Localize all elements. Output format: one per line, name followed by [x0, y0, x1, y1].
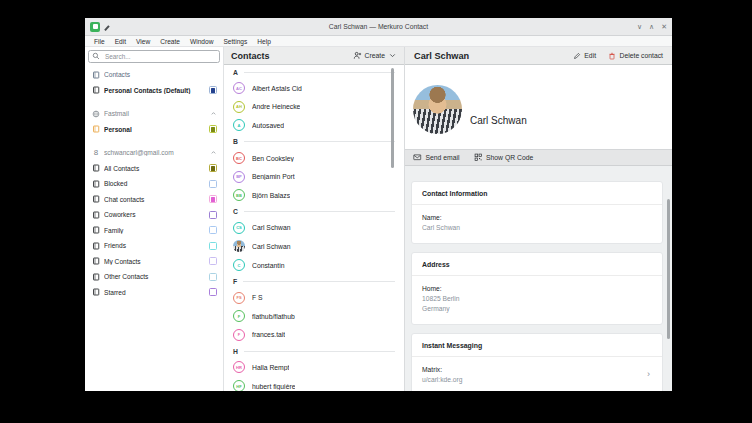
- contact-list-item[interactable]: AAutosaved: [224, 116, 404, 135]
- menu-item-help[interactable]: Help: [252, 38, 276, 45]
- chevron-up-icon: [210, 149, 217, 156]
- maximize-button[interactable]: ∧: [649, 23, 654, 30]
- field-value: u/carl:kde.org: [422, 375, 647, 386]
- address-book-icon: [92, 164, 100, 172]
- contact-list-item[interactable]: Ffrances.tait: [224, 326, 404, 345]
- contact-initials-avatar: C: [233, 259, 245, 271]
- sidebar-row-contacts[interactable]: Contacts: [85, 67, 223, 83]
- sidebar-row-all-contacts[interactable]: All Contacts: [85, 161, 223, 177]
- menu-item-create[interactable]: Create: [155, 38, 185, 45]
- field-value: Carl Schwan: [422, 223, 652, 234]
- contact-list-item[interactable]: FSF S: [224, 288, 404, 307]
- checkbox-fill: [211, 166, 216, 171]
- google-icon: 8: [92, 149, 100, 157]
- section-divider: [244, 351, 395, 352]
- contact-list-item[interactable]: HRHalla Rempt: [224, 358, 404, 377]
- delete-contact-button[interactable]: Delete contact: [608, 52, 663, 60]
- sidebar-list: ContactsPersonal Contacts (Default)Fastm…: [85, 65, 223, 391]
- card-body: Home:10825 BerlinGermany: [412, 276, 662, 324]
- collection-checkbox[interactable]: [209, 226, 217, 234]
- contact-list-item[interactable]: Carl Schwan: [224, 237, 404, 256]
- contact-name: F S: [252, 294, 263, 301]
- collection-checkbox[interactable]: [209, 288, 217, 296]
- sidebar-row-chat-contacts[interactable]: Chat contacts: [85, 192, 223, 208]
- collection-checkbox[interactable]: [209, 86, 217, 94]
- search-input[interactable]: [103, 52, 216, 61]
- sidebar-row-label: Other Contacts: [104, 273, 205, 280]
- sidebar-row-personal[interactable]: Personal: [85, 122, 223, 138]
- show-qr-button[interactable]: Show QR Code: [474, 153, 534, 162]
- titlebar[interactable]: Carl Schwan — Merkuro Contact ∨ ∧ ✕: [85, 18, 672, 36]
- sidebar-row-label: Friends: [104, 242, 205, 249]
- section-letter-row: H: [224, 344, 404, 358]
- sidebar-row-blocked[interactable]: Blocked: [85, 176, 223, 192]
- address-book-icon: [92, 242, 100, 250]
- app-icon[interactable]: [90, 22, 100, 32]
- chevron-down-icon: [388, 51, 397, 60]
- menu-item-settings[interactable]: Settings: [218, 38, 252, 45]
- sidebar-row-label: Starred: [104, 289, 205, 296]
- contact-list-item[interactable]: BPBenjamin Port: [224, 167, 404, 186]
- address-book-icon: [92, 211, 100, 219]
- contact-list-scrollbar[interactable]: [391, 68, 394, 168]
- sidebar-row-family[interactable]: Family: [85, 223, 223, 239]
- minimize-button[interactable]: ∨: [637, 23, 642, 30]
- collection-checkbox[interactable]: [209, 257, 217, 265]
- address-book-icon: [92, 71, 100, 79]
- sidebar-row-other-contacts[interactable]: Other Contacts: [85, 269, 223, 285]
- trash-icon: [608, 52, 616, 60]
- sidebar-group-fastmail[interactable]: Fastmail: [85, 106, 223, 122]
- sidebar-row-personal-contacts-default[interactable]: Personal Contacts (Default): [85, 83, 223, 99]
- sidebar-row-label: All Contacts: [104, 165, 205, 172]
- contact-list-header: Contacts Create: [224, 47, 404, 65]
- sidebar-row-label: Family: [104, 227, 205, 234]
- section-letter: H: [233, 348, 238, 355]
- detail-scroll-area: Contact InformationName:Carl SchwanAddre…: [405, 166, 672, 391]
- collection-checkbox[interactable]: [209, 242, 217, 250]
- send-email-button[interactable]: Send email: [413, 153, 460, 162]
- contact-initials-avatar: F: [233, 329, 245, 341]
- card-title: Address: [412, 253, 662, 275]
- section-letter-row: B: [224, 135, 404, 149]
- edit-button[interactable]: Edit: [573, 52, 596, 60]
- menu-item-view[interactable]: View: [131, 38, 155, 45]
- contact-list-item[interactable]: CConstantin: [224, 256, 404, 275]
- contact-list-item[interactable]: CSCarl Schwan: [224, 219, 404, 238]
- detail-field[interactable]: Matrix:u/carl:kde.org›: [422, 364, 652, 386]
- create-button[interactable]: Create: [353, 51, 397, 60]
- contact-list-item[interactable]: BBBjörn Balazs: [224, 186, 404, 205]
- sidebar-row-friends[interactable]: Friends: [85, 238, 223, 254]
- field-label: Matrix:: [422, 364, 647, 375]
- collection-checkbox[interactable]: [209, 164, 217, 172]
- sidebar-row-starred[interactable]: Starred: [85, 285, 223, 301]
- menu-item-file[interactable]: File: [89, 38, 110, 45]
- collection-checkbox[interactable]: [209, 180, 217, 188]
- collection-checkbox[interactable]: [209, 273, 217, 281]
- detail-scrollbar[interactable]: [667, 199, 670, 339]
- close-button[interactable]: ✕: [661, 23, 667, 30]
- collection-checkbox[interactable]: [209, 195, 217, 203]
- sidebar-row-my-contacts[interactable]: My Contacts: [85, 254, 223, 270]
- section-divider: [243, 281, 395, 282]
- envelope-icon: [413, 153, 422, 162]
- collection-checkbox[interactable]: [209, 211, 217, 219]
- sidebar-row-label: Contacts: [104, 71, 217, 78]
- contact-list-item[interactable]: AHAndre Heinecke: [224, 98, 404, 117]
- menu-item-edit[interactable]: Edit: [110, 38, 131, 45]
- contact-list-item[interactable]: ACAlbert Astals Cid: [224, 79, 404, 98]
- menu-item-window[interactable]: Window: [185, 38, 218, 45]
- section-letter: F: [233, 278, 237, 285]
- contact-initials-avatar: BC: [233, 152, 245, 164]
- search-box[interactable]: [88, 50, 220, 63]
- contact-list-item[interactable]: BCBen Cooksley: [224, 149, 404, 168]
- sidebar-row-coworkers[interactable]: Coworkers: [85, 207, 223, 223]
- sidebar-group-gmail-account[interactable]: 8schwancarl@gmail.com: [85, 145, 223, 161]
- globe-icon: [92, 110, 100, 118]
- contact-list-item[interactable]: Fflathub/flathub: [224, 307, 404, 326]
- qr-code-icon: [474, 153, 483, 162]
- address-book-icon: [92, 288, 100, 296]
- section-letter-row: A: [224, 65, 404, 79]
- search-icon: [92, 52, 100, 60]
- contact-list-item[interactable]: HFhubert figuière: [224, 377, 404, 391]
- collection-checkbox[interactable]: [209, 125, 217, 133]
